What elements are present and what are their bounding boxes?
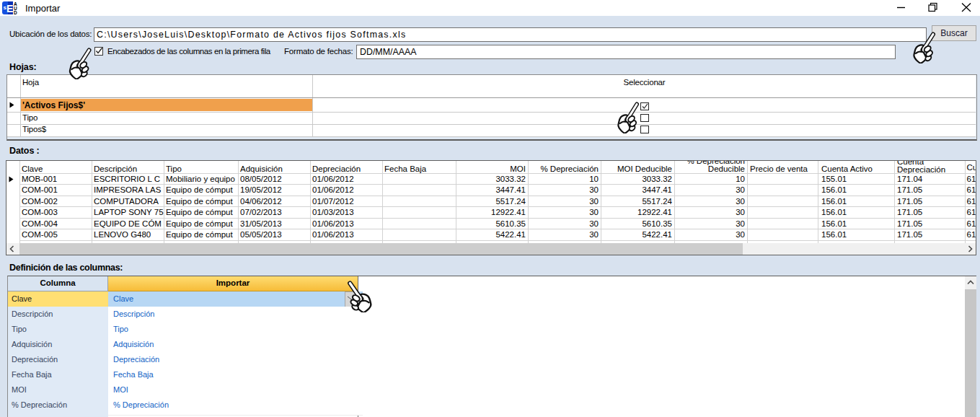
svg-text:E: E (6, 3, 13, 14)
svg-text:D: D (14, 10, 17, 14)
